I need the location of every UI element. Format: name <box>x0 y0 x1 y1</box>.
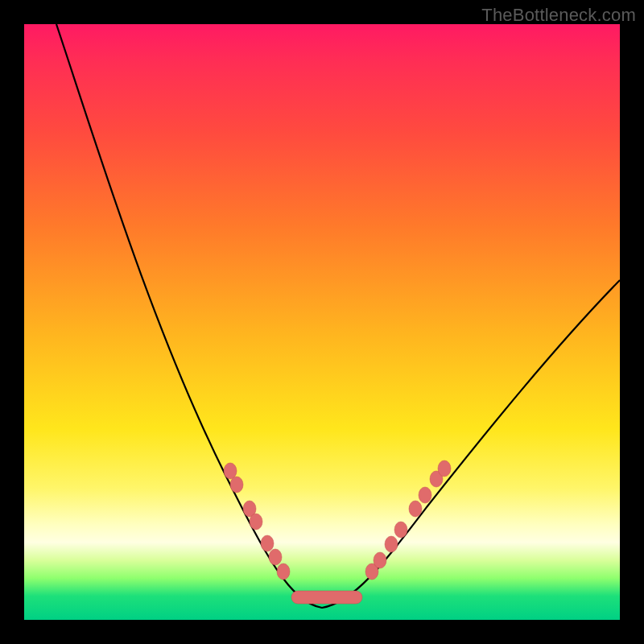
plot-area <box>24 24 620 620</box>
dot-right-2 <box>374 552 386 568</box>
dot-right-5 <box>409 501 422 517</box>
bottleneck-curve <box>56 24 620 608</box>
dot-left-7 <box>277 564 290 580</box>
dot-right-8 <box>438 460 451 477</box>
dot-left-1 <box>224 463 237 479</box>
watermark-text: TheBottleneck.com <box>481 5 636 26</box>
dot-right-3 <box>385 536 398 552</box>
dot-left-4 <box>250 514 262 530</box>
dot-right-4 <box>394 522 407 538</box>
chart-svg <box>24 24 620 620</box>
outer-frame: TheBottleneck.com <box>0 0 644 644</box>
dot-left-6 <box>269 549 282 565</box>
bottom-dot-band <box>291 591 362 604</box>
dot-left-5 <box>261 535 274 551</box>
dot-right-6 <box>419 487 431 503</box>
dot-left-2 <box>230 477 243 493</box>
